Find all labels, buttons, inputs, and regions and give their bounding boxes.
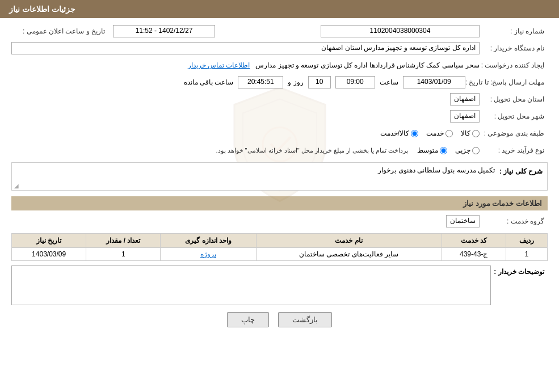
creator-label: ایجاد کننده درخواست :: [480, 61, 548, 69]
col-header-name: نام خدمت: [256, 234, 442, 248]
category-option-service[interactable]: خدمت: [426, 129, 453, 137]
category-option-goods-service[interactable]: کالا/خدمت: [380, 129, 418, 137]
reply-deadline-label: مهلت ارسال پاسخ: تا تاریخ :: [465, 78, 548, 86]
col-header-row: ردیف: [506, 234, 547, 248]
announce-value: 1402/12/27 - 11:52: [113, 25, 215, 37]
category-radio-goods[interactable]: [472, 130, 480, 137]
purchase-type-medium[interactable]: متوسط: [417, 146, 447, 154]
page-wrapper: جزئیات اطلاعات نیاز Ana Tender شماره نیا…: [0, 0, 559, 392]
need-desc-container: شرح کلی نیاز : تکمیل مدرسه بتول سلطانی د…: [11, 162, 548, 191]
purchase-type-label: نوع فرآیند خرید :: [480, 146, 548, 154]
page-header: جزئیات اطلاعات نیاز: [0, 0, 559, 18]
days-label: روز و: [288, 78, 303, 86]
purchase-type-minor[interactable]: جزیی: [455, 146, 480, 154]
delivery-city-label: شهر محل تحویل :: [480, 112, 548, 120]
col-header-unit: واحد اندازه گیری: [161, 234, 256, 248]
col-header-date: تاریخ نیاز: [12, 234, 86, 248]
buyer-org-value: اداره کل توسازی توسعه و تجهیز مدارس استا…: [11, 42, 480, 54]
table-row: 1 ج-43-439 سایر فعالیت‌های تخصصی ساختمان…: [12, 248, 548, 261]
cell-date: 1403/03/09: [12, 248, 86, 261]
need-desc-value: تکمیل مدرسه بتول سلطانی دهنوی برخوار: [16, 166, 495, 174]
need-desc-label: شرح کلی نیاز :: [499, 166, 543, 175]
cell-unit: پروژه: [161, 248, 256, 261]
cell-row: 1: [506, 248, 547, 261]
group-value: ساختمان: [446, 215, 480, 227]
back-button[interactable]: بازگشت: [278, 312, 332, 327]
category-label: طبقه بندی موضوعی :: [480, 129, 548, 137]
services-section-title: اطلاعات خدمات مورد نیاز: [11, 196, 548, 210]
need-number-value: 1102004038000304: [321, 25, 480, 37]
need-number-row: شماره نیاز : 1102004038000304 1402/12/27…: [11, 24, 548, 39]
delivery-city-row: شهر محل تحویل : اصفهان: [11, 109, 548, 124]
category-radio-service[interactable]: [445, 130, 453, 137]
purchase-type-row: نوع فرآیند خرید : جزیی متوسط پرداخت تمام…: [11, 143, 548, 158]
remaining-label: ساعت باقی مانده: [184, 78, 234, 86]
purchase-type-radio-group: جزیی متوسط: [417, 146, 480, 154]
print-button[interactable]: چاپ: [227, 312, 269, 327]
main-content: Ana Tender شماره نیاز : 1102004038000304…: [11, 24, 548, 327]
buyer-desc-row: توضیحات خریدار :: [11, 265, 548, 305]
cell-qty: 1: [86, 248, 161, 261]
reply-days-value: 10: [308, 76, 331, 88]
delivery-city-value: اصفهان: [450, 110, 480, 123]
delivery-province-value: اصفهان: [450, 93, 480, 106]
reply-date-value: 1403/01/09: [403, 76, 465, 88]
resize-handle-icon: ◢: [14, 183, 19, 189]
buttons-row: بازگشت چاپ: [11, 312, 548, 327]
creator-row: ایجاد کننده درخواست : سحر سیاسی کمک کارش…: [11, 58, 548, 73]
buyer-org-row: نام دستگاه خریدار : اداره کل توسازی توسع…: [11, 41, 548, 56]
category-radio-group: کالا خدمت کالا/خدمت: [380, 129, 480, 137]
creator-value: سحر سیاسی کمک کارشناس قراردادها اداره کل…: [255, 61, 480, 69]
col-header-qty: تعداد / مقدار: [86, 234, 161, 248]
category-radio-goods-service[interactable]: [411, 130, 418, 137]
group-label: گروه خدمت :: [480, 217, 548, 225]
need-number-label: شماره نیاز :: [480, 27, 548, 35]
buyer-desc-label: توضیحات خریدار :: [491, 265, 548, 276]
buyer-desc-input[interactable]: [11, 265, 491, 305]
content-area: Ana Tender شماره نیاز : 1102004038000304…: [0, 18, 559, 340]
contact-link[interactable]: اطلاعات تماس خریدار: [188, 61, 250, 69]
delivery-province-label: استان محل تحویل :: [480, 95, 548, 103]
reply-deadline-row: مهلت ارسال پاسخ: تا تاریخ : 1403/01/09 س…: [11, 75, 548, 90]
purchase-type-radio-medium[interactable]: [440, 147, 447, 154]
group-row: گروه خدمت : ساختمان: [11, 214, 548, 229]
purchase-type-radio-minor[interactable]: [472, 147, 480, 154]
category-option-goods[interactable]: کالا: [461, 129, 480, 137]
cell-name: سایر فعالیت‌های تخصصی ساختمان: [256, 248, 442, 261]
buyer-org-label: نام دستگاه خریدار :: [480, 44, 548, 52]
col-header-code: کد خدمت: [442, 234, 506, 248]
services-table: ردیف کد خدمت نام خدمت واحد اندازه گیری ت…: [11, 233, 548, 261]
reply-time-value: 09:00: [335, 76, 375, 88]
time-label: ساعت: [380, 78, 398, 86]
cell-code: ج-43-439: [442, 248, 506, 261]
category-row: طبقه بندی موضوعی : کالا خدمت کالا/خدمت: [11, 126, 548, 141]
reply-remaining-value: 20:45:51: [238, 76, 283, 88]
purchase-note: پرداخت تمام یا بخشی از مبلغ خریداز محل "…: [216, 147, 408, 154]
announce-label: تاریخ و ساعت اعلان عمومی :: [23, 27, 108, 35]
delivery-province-row: استان محل تحویل : اصفهان: [11, 92, 548, 107]
page-title: جزئیات اطلاعات نیاز: [9, 5, 75, 14]
